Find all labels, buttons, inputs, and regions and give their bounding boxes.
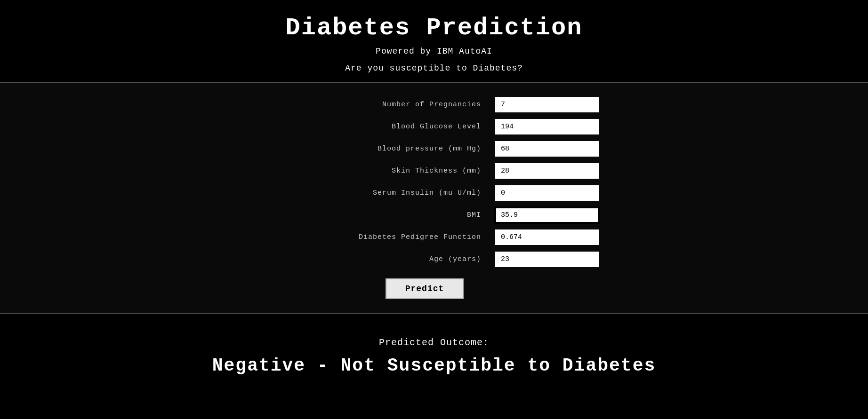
result-section: Predicted Outcome: Negative - Not Suscep… [0, 314, 868, 419]
predicted-outcome-label: Predicted Outcome: [379, 337, 489, 348]
input-bmi[interactable] [495, 207, 599, 223]
main-title: Diabetes Prediction [9, 14, 859, 42]
label-blood_pressure: Blood pressure (mm Hg) [250, 145, 486, 153]
label-glucose: Blood Glucose Level [250, 123, 486, 131]
input-skin_thickness[interactable] [495, 163, 599, 179]
label-pedigree: Diabetes Pedigree Function [250, 233, 486, 241]
form-grid: Number of PregnanciesBlood Glucose Level… [250, 97, 618, 299]
question-label: Are you susceptible to Diabetes? [9, 63, 859, 73]
header-section: Diabetes Prediction Powered by IBM AutoA… [0, 0, 868, 82]
form-section: Number of PregnanciesBlood Glucose Level… [0, 82, 868, 314]
input-pedigree[interactable] [495, 229, 599, 245]
label-pregnancies: Number of Pregnancies [250, 101, 486, 109]
page-wrapper: Diabetes Prediction Powered by IBM AutoA… [0, 0, 868, 419]
input-blood_pressure[interactable] [495, 141, 599, 157]
predict-button[interactable]: Predict [386, 278, 464, 299]
label-age: Age (years) [250, 255, 486, 263]
predicted-outcome-value: Negative - Not Susceptible to Diabetes [212, 356, 656, 376]
input-pregnancies[interactable] [495, 97, 599, 112]
label-insulin: Serum Insulin (mu U/ml) [250, 189, 486, 197]
input-glucose[interactable] [495, 119, 599, 134]
input-insulin[interactable] [495, 185, 599, 201]
powered-by-label: Powered by IBM AutoAI [9, 47, 859, 56]
label-bmi: BMI [250, 211, 486, 219]
input-age[interactable] [495, 252, 599, 267]
label-skin_thickness: Skin Thickness (mm) [250, 167, 486, 175]
